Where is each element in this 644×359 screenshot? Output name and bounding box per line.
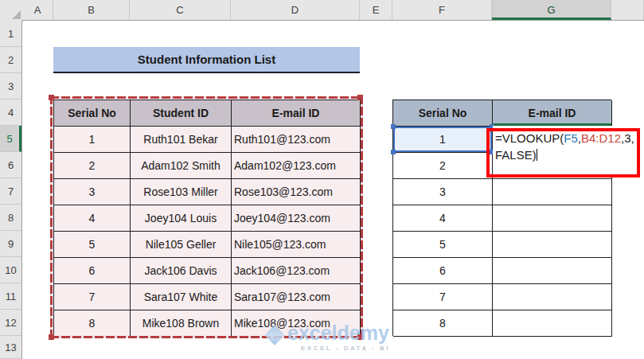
right-header-serial[interactable]: Serial No [393,100,493,127]
column-header-d[interactable]: D [231,0,360,20]
email-cell[interactable]: Sara107@123.com [232,284,361,310]
serial-cell[interactable]: 5 [54,232,131,258]
email-cell[interactable]: Joey104@123.com [232,205,361,232]
range-handle-bl[interactable] [49,334,54,340]
row-header-1[interactable]: 1 [0,21,21,47]
lookup-serial-cell[interactable]: 2 [393,153,493,179]
select-all-icon [12,10,21,19]
row-header-5-active[interactable]: 5 [0,126,21,152]
email-cell[interactable]: Jack106@123.com [232,258,361,284]
column-header-c[interactable]: C [130,0,231,20]
student-id-cell[interactable]: Mike108 Brown [131,310,232,337]
lookup-serial-cell[interactable]: 8 [393,310,493,337]
lookup-serial-cell[interactable]: 3 [393,179,493,205]
formula-line-2: FALSE) [495,146,637,163]
column-header-g-active[interactable]: G [492,0,611,20]
serial-cell[interactable]: 1 [54,127,131,153]
row-header-6[interactable]: 6 [0,152,21,178]
formula-line-1: =VLOOKUP(F5,B4:D12,3, [495,130,637,146]
range-handle-tl[interactable] [49,95,54,100]
email-cell[interactable]: Mike108@123.com [232,310,361,337]
formula-text: =VLOOKUP( [495,131,564,145]
row-header-7[interactable]: 7 [0,178,21,205]
column-header-f[interactable]: F [392,0,492,20]
email-result-cell[interactable] [493,284,612,310]
student-id-cell[interactable]: Jack106 Davis [131,258,232,284]
row-header-11[interactable]: 11 [0,283,21,310]
formula-col-index: ,3, [621,131,634,145]
email-result-cell[interactable] [493,232,612,258]
page-title: Student Information List [138,53,275,66]
row-header-12[interactable]: 12 [0,310,21,336]
student-id-cell[interactable]: Nile105 Geller [131,232,232,258]
row-header-2[interactable]: 2 [0,47,21,73]
row-header-13[interactable]: 13 [0,336,21,359]
marching-ants-top [50,96,363,99]
lookup-serial-cell-f5[interactable]: 1 [393,127,493,153]
column-header-band: A B C D E F G [22,0,644,21]
left-header-serial[interactable]: Serial No [54,100,131,127]
left-header-email[interactable]: E-mail ID [232,100,361,127]
formula-editor[interactable]: =VLOOKUP(F5,B4:D12,3, FALSE) [493,126,637,177]
column-header-a[interactable]: A [22,0,53,20]
email-result-cell[interactable] [493,258,612,284]
range-handle-br[interactable] [357,334,363,340]
excel-worksheet: A B C D E F G 1 2 3 4 5 6 7 8 9 10 11 12… [0,0,644,359]
column-header-b[interactable]: B [53,0,130,20]
row-header-4[interactable]: 4 [0,100,21,126]
serial-cell[interactable]: 8 [54,310,131,337]
range-handle-tr[interactable] [357,95,363,100]
email-result-cell[interactable] [493,310,612,337]
column-header-partial[interactable] [611,0,644,20]
row-header-3[interactable]: 3 [0,73,21,100]
row-header-10[interactable]: 10 [0,257,21,283]
row-header-band: 1 2 3 4 5 6 7 8 9 10 11 12 13 [0,21,22,359]
student-id-cell[interactable]: Rose103 Miller [131,179,232,205]
email-result-cell[interactable] [493,179,612,205]
marching-ants-right [361,96,363,338]
serial-cell[interactable]: 6 [54,258,131,284]
text-cursor [537,149,538,161]
serial-cell[interactable]: 4 [54,205,131,232]
email-result-cell[interactable] [493,205,612,232]
email-cell[interactable]: Rose103@123.com [232,179,361,205]
serial-cell[interactable]: 7 [54,284,131,310]
email-cell[interactable]: Nile105@123.com [232,232,361,258]
formula-ref-range: B4:D12 [581,131,621,145]
marching-ants-left [50,96,53,338]
row-header-9[interactable]: 9 [0,231,21,257]
serial-cell[interactable]: 2 [54,153,131,179]
ref-handle-bl[interactable] [391,150,396,154]
watermark-tagline: EXCEL - DATA - BI [301,345,390,352]
student-id-cell[interactable]: Joey104 Louis [131,205,232,232]
row-header-8[interactable]: 8 [0,205,21,231]
lookup-serial-cell[interactable]: 4 [393,205,493,232]
serial-cell[interactable]: 3 [54,179,131,205]
email-cell[interactable]: Ruth101@123.com [232,127,361,153]
column-header-e[interactable]: E [360,0,392,20]
student-id-cell[interactable]: Sara107 White [131,284,232,310]
email-cell[interactable]: Adam102@123.com [232,153,361,179]
student-id-cell[interactable]: Ruth101 Bekar [131,127,232,153]
left-header-student[interactable]: Student ID [131,100,232,127]
student-id-cell[interactable]: Adam102 Smith [131,153,232,179]
formula-ref-f5: F5 [564,131,578,145]
lookup-serial-cell[interactable]: 6 [393,258,493,284]
student-info-table: Serial No Student ID E-mail ID 1 Ruth101… [53,100,360,336]
lookup-serial-cell[interactable]: 7 [393,284,493,310]
select-all-button[interactable] [0,0,23,21]
lookup-serial-cell[interactable]: 5 [393,232,493,258]
formula-false-arg: FALSE) [495,148,537,162]
ref-handle-tl[interactable] [391,124,396,129]
title-banner-cell[interactable]: Student Information List [53,47,360,73]
